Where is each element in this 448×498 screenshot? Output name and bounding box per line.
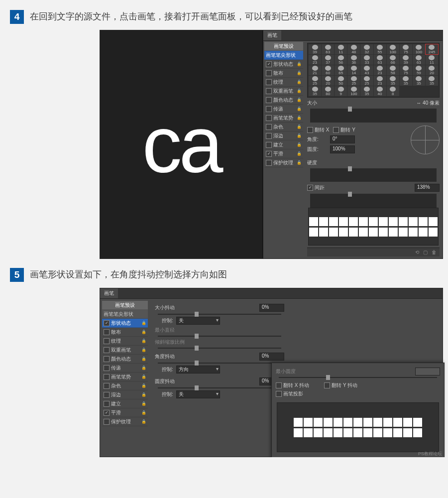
checkbox[interactable] <box>104 392 110 398</box>
brush-preset-cell[interactable]: 11 <box>426 55 438 65</box>
brush-preset-cell[interactable]: 100 <box>347 86 360 96</box>
checkbox[interactable] <box>266 142 272 148</box>
brush-presets-button[interactable]: 画笔预设 <box>264 42 303 51</box>
brush-preset-cell[interactable]: 36 <box>347 55 360 65</box>
brush-preset-cell[interactable]: 40 <box>374 86 386 96</box>
sidebar-item-0[interactable]: 形状动态🔒 <box>264 60 303 69</box>
sidebar-item-8[interactable]: 湿边🔒 <box>264 131 303 140</box>
checkbox[interactable] <box>104 347 110 353</box>
brush-tab[interactable]: 画笔 <box>263 30 281 40</box>
flip-y-checkbox[interactable] <box>333 127 339 133</box>
sidebar-item-1[interactable]: 散布🔒 <box>102 328 148 337</box>
brush-preset-cell[interactable]: 39 <box>309 44 321 54</box>
brush-preset-cell[interactable]: 35 <box>426 76 438 86</box>
sidebar-item-5[interactable]: 传递🔒 <box>264 105 303 114</box>
sidebar-item-7[interactable]: 杂色🔒 <box>102 381 148 390</box>
checkbox[interactable] <box>266 115 272 121</box>
checkbox[interactable] <box>104 383 110 389</box>
checkbox[interactable] <box>104 329 110 335</box>
sidebar-item-8[interactable]: 湿边🔒 <box>102 390 148 399</box>
brush-preset-cell[interactable]: 66 <box>387 55 399 65</box>
brush-preset-cell[interactable]: 59 <box>413 65 425 75</box>
roundness-field[interactable]: 100% <box>330 145 355 153</box>
sidebar-item-1[interactable]: 散布🔒 <box>264 69 303 78</box>
checkbox[interactable] <box>266 61 272 67</box>
brush-preset-cell[interactable]: 23 <box>374 76 386 86</box>
checkbox[interactable] <box>266 106 272 112</box>
flipx-jitter-checkbox[interactable] <box>276 382 282 388</box>
flip-x-checkbox[interactable] <box>307 127 313 133</box>
brush-preset-cell[interactable]: 8 <box>387 86 399 96</box>
brush-preset-cell[interactable]: 37 <box>322 55 334 65</box>
brush-preset-cell[interactable]: 35 <box>360 86 373 96</box>
trash-icon[interactable]: 🗑 <box>432 249 437 255</box>
round-control-dropdown[interactable]: 关 <box>176 390 220 398</box>
spacing-slider[interactable] <box>310 194 437 208</box>
checkbox[interactable] <box>266 88 272 94</box>
brush-tip-shape[interactable]: 画笔笔尖形状 <box>102 310 148 319</box>
brush-tip-shape[interactable]: 画笔笔尖形状 <box>264 51 303 60</box>
checkbox[interactable] <box>266 97 272 103</box>
brush-preset-cell[interactable]: 60 <box>322 65 334 75</box>
min-round-field[interactable] <box>415 368 440 375</box>
brush-preset-cell[interactable]: 245 <box>426 44 438 54</box>
checkbox[interactable] <box>104 419 110 425</box>
checkbox[interactable] <box>266 133 272 139</box>
sidebar-item-10[interactable]: 平滑🔒 <box>102 408 148 417</box>
sidebar-item-6[interactable]: 画笔笔势🔒 <box>264 114 303 123</box>
hardness-slider[interactable] <box>310 168 437 182</box>
min-round-slider[interactable] <box>279 377 437 378</box>
checkbox[interactable] <box>104 338 110 344</box>
checkbox[interactable] <box>104 365 110 371</box>
brush-preset-grid[interactable]: 3963114832551007510024523375636336366396… <box>307 43 440 98</box>
sidebar-item-3[interactable]: 双重画笔🔒 <box>102 346 148 355</box>
checkbox[interactable] <box>104 320 110 326</box>
sidebar-item-9[interactable]: 建立🔒 <box>264 140 303 149</box>
brush-preset-cell[interactable]: 63 <box>322 44 334 54</box>
checkbox[interactable] <box>104 401 110 407</box>
checkbox[interactable] <box>104 356 110 362</box>
sidebar-item-2[interactable]: 纹理🔒 <box>264 78 303 87</box>
brush-preset-cell[interactable]: 100 <box>387 44 399 54</box>
sidebar-item-4[interactable]: 颜色动态🔒 <box>264 96 303 105</box>
spacing-field[interactable]: 138% <box>415 184 440 192</box>
brush-preset-cell[interactable]: 48 <box>347 44 360 54</box>
checkbox[interactable] <box>266 79 272 85</box>
brush-preset-cell[interactable]: 43 <box>360 65 373 75</box>
sidebar-item-0[interactable]: 形状动态🔒 <box>102 319 148 328</box>
size-control-dropdown[interactable]: 关 <box>176 317 220 325</box>
sidebar-item-2[interactable]: 纹理🔒 <box>102 337 148 346</box>
checkbox[interactable] <box>266 124 272 130</box>
brush-preset-cell[interactable]: 80 <box>322 86 334 96</box>
brush-preset-cell[interactable]: 50 <box>335 76 347 86</box>
brush-preset-cell[interactable]: 20 <box>322 76 334 86</box>
round-jitter-slider[interactable] <box>158 387 281 388</box>
new-icon[interactable]: ▢ <box>423 249 428 255</box>
brush-preset-cell[interactable]: 56 <box>335 55 347 65</box>
checkbox[interactable] <box>266 151 272 157</box>
brush-preset-cell[interactable]: 25 <box>347 76 360 86</box>
brush-preset-cell[interactable]: 63 <box>374 55 386 65</box>
brush-preset-cell[interactable]: 20 <box>426 65 438 75</box>
brush-preset-cell[interactable]: 21 <box>309 65 321 75</box>
checkbox[interactable] <box>104 374 110 380</box>
brush-preset-cell[interactable]: 32 <box>360 44 373 54</box>
brush-tab[interactable]: 画笔 <box>100 288 118 298</box>
size-slider[interactable] <box>310 109 437 123</box>
brush-preset-cell[interactable]: 65 <box>335 65 347 75</box>
checkbox[interactable] <box>266 70 272 76</box>
brush-preset-cell[interactable]: 35 <box>400 76 412 86</box>
sidebar-item-6[interactable]: 画笔笔势🔒 <box>102 373 148 381</box>
min-diameter-slider[interactable] <box>158 336 281 337</box>
size-jitter-slider[interactable] <box>158 314 281 315</box>
sidebar-item-7[interactable]: 杂色🔒 <box>264 123 303 131</box>
brush-preset-cell[interactable]: 35 <box>309 86 321 96</box>
brush-preset-cell[interactable]: 35 <box>387 76 399 86</box>
brush-projection-checkbox[interactable] <box>276 391 282 397</box>
angle-jitter-slider[interactable] <box>158 363 281 364</box>
sidebar-item-9[interactable]: 建立🔒 <box>102 399 148 408</box>
size-jitter-field[interactable]: 0% <box>259 304 284 312</box>
brush-preset-cell[interactable]: 55 <box>374 44 386 54</box>
angle-widget[interactable] <box>411 125 440 154</box>
brush-preset-cell[interactable]: 58 <box>387 65 399 75</box>
